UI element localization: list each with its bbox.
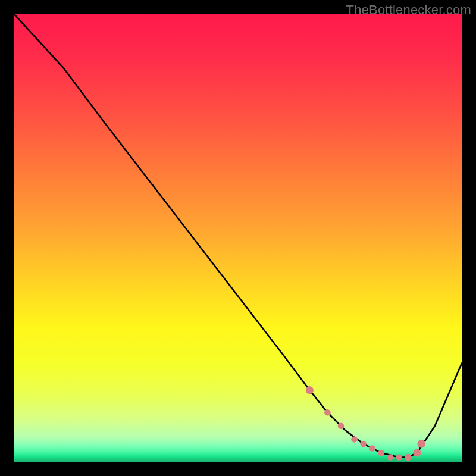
curve-marker xyxy=(360,441,367,447)
curve-marker xyxy=(338,423,345,430)
bottleneck-curve xyxy=(14,14,462,457)
curve-marker xyxy=(324,409,331,416)
curve-marker xyxy=(413,449,421,456)
curve-marker xyxy=(396,454,402,461)
curve-marker xyxy=(417,440,425,448)
curve-marker xyxy=(405,454,412,461)
curve-marker xyxy=(351,436,358,443)
curve-marker xyxy=(378,450,384,456)
plot-area xyxy=(14,14,462,462)
curve-marker xyxy=(306,386,314,394)
curve-marker xyxy=(387,454,393,461)
chart-stage: TheBottlenecker.com xyxy=(0,0,476,476)
curve-marker xyxy=(369,445,375,452)
curve-layer xyxy=(14,14,462,462)
marker-group xyxy=(306,386,426,461)
